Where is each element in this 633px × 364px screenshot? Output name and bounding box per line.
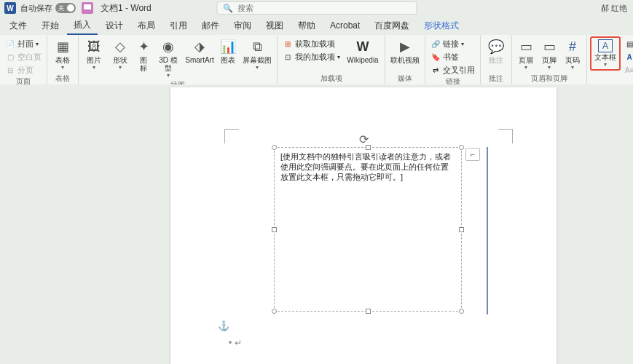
search-icon: 🔍 (223, 4, 233, 13)
blank-page-button[interactable]: ▢空白页 (3, 51, 44, 63)
table-button[interactable]: ▦ 表格 ▾ (50, 36, 75, 72)
group-label-addins: 加载项 (321, 74, 342, 84)
ribbon-tabs: 文件 开始 插入 设计 布局 引用 邮件 审阅 视图 帮助 Acrobat 百度… (0, 16, 633, 35)
tab-view[interactable]: 视图 (259, 17, 290, 34)
group-addins: ⊞获取加载项 ⊡我的加载项▾ WWikipedia 加载项 (278, 35, 385, 84)
chart-button[interactable]: 📊图表 (217, 36, 239, 66)
textbox-icon: A (598, 39, 613, 52)
get-addins-button[interactable]: ⊞获取加载项 (280, 38, 342, 50)
smartart-icon: ⬗ (191, 38, 208, 55)
store-icon: ⊞ (283, 39, 293, 50)
footer-button[interactable]: ▭页脚▾ (538, 36, 560, 72)
group-label-comments: 批注 (489, 74, 503, 84)
tab-layout[interactable]: 布局 (131, 17, 162, 34)
online-video-button[interactable]: ▶联机视频 (388, 36, 422, 66)
search-box[interactable]: 🔍 (216, 1, 417, 15)
tab-insert[interactable]: 插入 (67, 17, 98, 35)
chevron-down-icon: ▾ (61, 64, 64, 71)
text-box[interactable]: [使用文档中的独特引言吸引读者的注意力，或者使用此空间强调要点。要在此页面上的任… (274, 147, 462, 312)
tab-design[interactable]: 设计 (99, 17, 130, 34)
autosave-toggle[interactable]: 关 (55, 3, 76, 13)
titlebar: W 自动保存 关 文档1 - Word 🔍 郝 红艳 (0, 0, 633, 16)
screenshot-button[interactable]: ⧉屏幕截图▾ (240, 36, 274, 72)
wordart-icon: A (624, 52, 633, 63)
textbox-button[interactable]: A文本框▾ (593, 38, 618, 69)
smartart-button[interactable]: ⬗SmartArt (184, 36, 216, 66)
screenshot-icon: ⧉ (248, 38, 266, 55)
crossref-button[interactable]: ⇄交叉引用 (428, 64, 477, 76)
addins-icon: ⊡ (283, 52, 293, 63)
tab-shape-format[interactable]: 形状格式 (417, 17, 465, 34)
picture-icon: 🖼 (85, 38, 103, 55)
search-input[interactable] (237, 4, 410, 12)
group-illustrations: 🖼图片▾ ◇形状▾ ✦图 标 ◉3D 模 型▾ ⬗SmartArt 📊图表 ⧉屏… (79, 35, 278, 84)
page-number-button[interactable]: #页码▾ (562, 36, 583, 72)
bookmark-button[interactable]: 🔖书签 (428, 51, 477, 63)
chart-icon: 📊 (219, 38, 237, 55)
tab-baidu[interactable]: 百度网盘 (368, 17, 416, 34)
tab-file[interactable]: 文件 (3, 17, 34, 34)
cover-page-button[interactable]: 📄封面▾ (3, 38, 44, 50)
resize-handle-tl[interactable] (272, 145, 277, 150)
layout-options-icon[interactable]: ⌐ (465, 148, 480, 161)
column-divider (487, 147, 488, 314)
group-text: A文本框▾ ▤文档部件▾ A艺术字▾ A≡首字下沉▾ ✎签名行▾ 📅日期和时间 … (587, 35, 633, 84)
resize-handle-t[interactable] (366, 145, 371, 150)
tab-references[interactable]: 引用 (163, 17, 194, 34)
page[interactable]: ⟳ [使用文档中的独特引言吸引读者的注意力，或者使用此空间强调要点。要在此页面上… (170, 87, 557, 364)
page-break-button[interactable]: ⊟分页 (3, 64, 44, 76)
resize-handle-r[interactable] (459, 227, 464, 232)
document-canvas[interactable]: ⟳ [使用文档中的独特引言吸引读者的注意力，或者使用此空间强调要点。要在此页面上… (0, 84, 633, 364)
pagenum-icon: # (564, 38, 581, 55)
dropcap-button[interactable]: A≡首字下沉▾ (622, 64, 633, 76)
shapes-button[interactable]: ◇形状▾ (108, 36, 133, 72)
header-button[interactable]: ▭页眉▾ (515, 36, 537, 72)
wikipedia-button[interactable]: WWikipedia (344, 36, 382, 66)
cover-icon: 📄 (5, 39, 15, 50)
icons-button[interactable]: ✦图 标 (134, 36, 153, 74)
video-icon: ▶ (396, 38, 414, 55)
doc-parts-button[interactable]: ▤文档部件▾ (622, 38, 633, 50)
comment-icon: 💬 (487, 38, 505, 55)
user-name[interactable]: 郝 红艳 (601, 3, 627, 14)
group-label-tables: 表格 (55, 74, 70, 84)
resize-handle-bl[interactable] (272, 309, 277, 314)
3d-models-button[interactable]: ◉3D 模 型▾ (154, 36, 182, 80)
margin-corner-tl (224, 129, 239, 143)
break-icon: ⊟ (5, 66, 15, 76)
resize-handle-l[interactable] (272, 227, 277, 232)
picture-button[interactable]: 🖼图片▾ (82, 36, 106, 72)
group-label-media: 媒体 (398, 74, 412, 84)
resize-handle-tr[interactable] (459, 145, 464, 150)
header-icon: ▭ (517, 38, 535, 55)
textbox-content[interactable]: [使用文档中的独特引言吸引读者的注意力，或者使用此空间强调要点。要在此页面上的任… (275, 148, 461, 186)
wikipedia-icon: W (354, 38, 371, 55)
shapes-icon: ◇ (111, 38, 129, 55)
resize-handle-br[interactable] (459, 309, 464, 314)
resize-handle-b[interactable] (366, 309, 371, 314)
group-label-headerfooter: 页眉和页脚 (531, 74, 567, 84)
margin-corner-tr (498, 129, 513, 143)
3d-icon: ◉ (160, 38, 177, 55)
blank-icon: ▢ (5, 52, 15, 63)
paragraph-mark: • ↵ (229, 338, 242, 348)
document-title: 文档1 - Word (101, 2, 152, 15)
tab-review[interactable]: 审阅 (227, 17, 258, 34)
my-addins-button[interactable]: ⊡我的加载项▾ (280, 51, 342, 63)
save-icon[interactable] (82, 2, 93, 14)
group-tables: ▦ 表格 ▾ 表格 (47, 35, 79, 84)
tab-acrobat[interactable]: Acrobat (323, 18, 366, 33)
comment-button[interactable]: 💬批注 (484, 36, 508, 66)
tab-help[interactable]: 帮助 (291, 17, 322, 34)
group-media: ▶联机视频 媒体 (385, 35, 425, 84)
icons-icon: ✦ (135, 38, 152, 55)
bookmark-icon: 🔖 (430, 52, 441, 63)
wordart-button[interactable]: A艺术字▾ (622, 51, 633, 63)
link-button[interactable]: 🔗链接▾ (428, 38, 477, 50)
ribbon: 📄封面▾ ▢空白页 ⊟分页 页面 ▦ 表格 ▾ 表格 🖼图片▾ ◇形状▾ ✦图 … (0, 35, 633, 84)
tab-home[interactable]: 开始 (35, 17, 66, 34)
textbox-highlight: A文本框▾ (590, 36, 621, 71)
dropcap-icon: A≡ (624, 66, 633, 76)
group-comments: 💬批注 批注 (481, 35, 512, 84)
tab-mailings[interactable]: 邮件 (195, 17, 226, 34)
